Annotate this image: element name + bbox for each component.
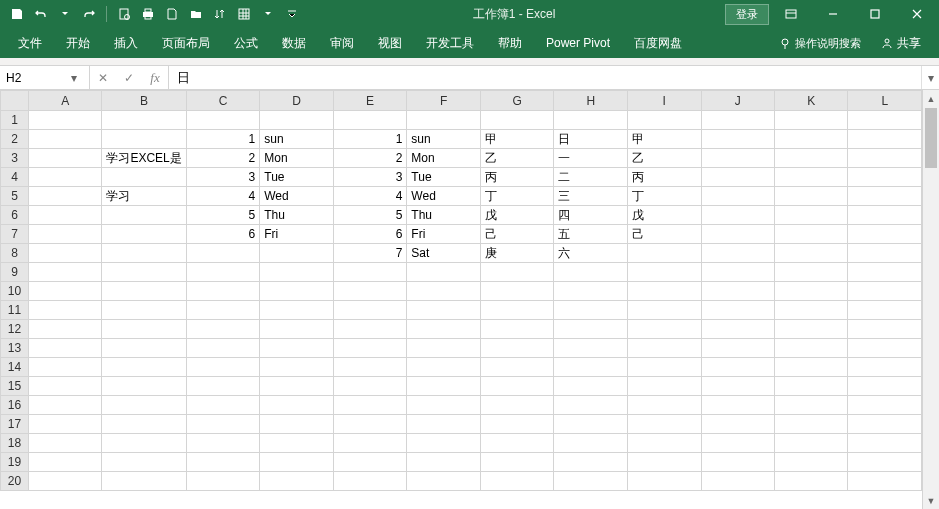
cell-F10[interactable] (407, 282, 481, 301)
cell-B2[interactable] (102, 130, 186, 149)
cell-G9[interactable] (480, 263, 554, 282)
cell-E9[interactable] (333, 263, 406, 282)
cell-I14[interactable] (628, 358, 702, 377)
col-header-I[interactable]: I (628, 91, 702, 111)
scroll-down-icon[interactable]: ▼ (923, 492, 939, 509)
cell-H12[interactable] (554, 320, 628, 339)
cell-J1[interactable] (701, 111, 774, 130)
cell-G11[interactable] (480, 301, 554, 320)
cell-B13[interactable] (102, 339, 186, 358)
table-icon[interactable] (233, 3, 255, 25)
cell-I6[interactable]: 戊 (628, 206, 702, 225)
cell-B3[interactable]: 学习EXCEL是 (102, 149, 186, 168)
cell-A15[interactable] (28, 377, 101, 396)
cell-L5[interactable] (848, 187, 922, 206)
cell-A7[interactable] (28, 225, 101, 244)
cell-A6[interactable] (28, 206, 101, 225)
cell-H1[interactable] (554, 111, 628, 130)
cell-F17[interactable] (407, 415, 481, 434)
cell-K6[interactable] (774, 206, 847, 225)
cell-E13[interactable] (333, 339, 406, 358)
row-header-7[interactable]: 7 (1, 225, 29, 244)
row-header-19[interactable]: 19 (1, 453, 29, 472)
cell-H5[interactable]: 三 (554, 187, 628, 206)
cell-D4[interactable]: Tue (260, 168, 334, 187)
tab-help[interactable]: 帮助 (486, 28, 534, 58)
cell-B11[interactable] (102, 301, 186, 320)
cell-G19[interactable] (480, 453, 554, 472)
cell-D2[interactable]: sun (260, 130, 334, 149)
spreadsheet-grid[interactable]: ABCDEFGHIJKL121sun1sun甲日甲3学习EXCEL是2Mon2M… (0, 90, 922, 491)
cell-G15[interactable] (480, 377, 554, 396)
cell-C5[interactable]: 4 (186, 187, 259, 206)
cell-I19[interactable] (628, 453, 702, 472)
undo-icon[interactable] (30, 3, 52, 25)
cell-J3[interactable] (701, 149, 774, 168)
cell-A14[interactable] (28, 358, 101, 377)
cell-I4[interactable]: 丙 (628, 168, 702, 187)
cell-B16[interactable] (102, 396, 186, 415)
col-header-B[interactable]: B (102, 91, 186, 111)
cell-F14[interactable] (407, 358, 481, 377)
close-icon[interactable] (897, 0, 937, 28)
cell-H18[interactable] (554, 434, 628, 453)
cell-K5[interactable] (774, 187, 847, 206)
cell-G1[interactable] (480, 111, 554, 130)
cell-J8[interactable] (701, 244, 774, 263)
cell-K3[interactable] (774, 149, 847, 168)
qat-customize-icon[interactable] (281, 3, 303, 25)
cell-G16[interactable] (480, 396, 554, 415)
cell-L2[interactable] (848, 130, 922, 149)
minimize-icon[interactable] (813, 0, 853, 28)
quick-print-icon[interactable] (137, 3, 159, 25)
cell-E10[interactable] (333, 282, 406, 301)
cell-F7[interactable]: Fri (407, 225, 481, 244)
cell-H8[interactable]: 六 (554, 244, 628, 263)
cell-I3[interactable]: 乙 (628, 149, 702, 168)
cell-L3[interactable] (848, 149, 922, 168)
new-file-icon[interactable] (161, 3, 183, 25)
row-header-8[interactable]: 8 (1, 244, 29, 263)
cell-L14[interactable] (848, 358, 922, 377)
cell-G2[interactable]: 甲 (480, 130, 554, 149)
cell-F2[interactable]: sun (407, 130, 481, 149)
cell-B5[interactable]: 学习 (102, 187, 186, 206)
name-box-dropdown-icon[interactable]: ▾ (66, 71, 82, 85)
row-header-15[interactable]: 15 (1, 377, 29, 396)
cell-B7[interactable] (102, 225, 186, 244)
cell-I15[interactable] (628, 377, 702, 396)
cell-D6[interactable]: Thu (260, 206, 334, 225)
scroll-thumb[interactable] (925, 108, 937, 168)
cell-H3[interactable]: 一 (554, 149, 628, 168)
cell-L15[interactable] (848, 377, 922, 396)
row-header-3[interactable]: 3 (1, 149, 29, 168)
save-icon[interactable] (6, 3, 28, 25)
tab-data[interactable]: 数据 (270, 28, 318, 58)
cell-J6[interactable] (701, 206, 774, 225)
cell-D7[interactable]: Fri (260, 225, 334, 244)
cell-F15[interactable] (407, 377, 481, 396)
cell-F3[interactable]: Mon (407, 149, 481, 168)
cell-H4[interactable]: 二 (554, 168, 628, 187)
cell-B10[interactable] (102, 282, 186, 301)
cell-G4[interactable]: 丙 (480, 168, 554, 187)
cell-D18[interactable] (260, 434, 334, 453)
vertical-scrollbar[interactable]: ▲ ▼ (922, 90, 939, 509)
cell-H15[interactable] (554, 377, 628, 396)
cell-K17[interactable] (774, 415, 847, 434)
cell-I1[interactable] (628, 111, 702, 130)
cell-E14[interactable] (333, 358, 406, 377)
cell-G10[interactable] (480, 282, 554, 301)
cell-C17[interactable] (186, 415, 259, 434)
cell-A10[interactable] (28, 282, 101, 301)
cell-E12[interactable] (333, 320, 406, 339)
cell-H11[interactable] (554, 301, 628, 320)
cell-G13[interactable] (480, 339, 554, 358)
cell-C3[interactable]: 2 (186, 149, 259, 168)
cell-C1[interactable] (186, 111, 259, 130)
cell-J18[interactable] (701, 434, 774, 453)
sort-icon[interactable] (209, 3, 231, 25)
cell-D13[interactable] (260, 339, 334, 358)
table-dropdown-icon[interactable] (257, 3, 279, 25)
cell-A12[interactable] (28, 320, 101, 339)
